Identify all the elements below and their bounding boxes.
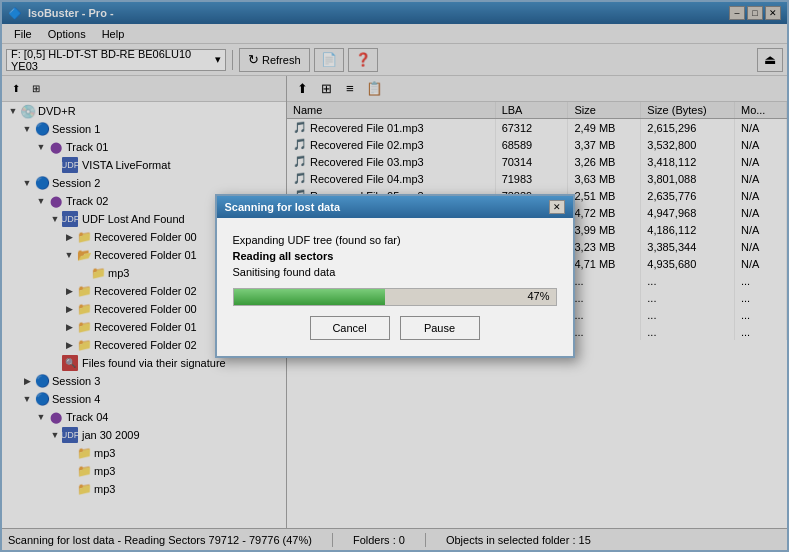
cancel-button[interactable]: Cancel [310,316,390,340]
dialog-line2: Reading all sectors [233,250,557,262]
dialog-title-bar: Scanning for lost data ✕ [217,196,573,218]
dialog-line1: Expanding UDF tree (found so far) [233,234,557,246]
dialog-body: Expanding UDF tree (found so far) Readin… [217,218,573,356]
progress-bar-container: 47% [233,288,557,306]
dialog-buttons: Cancel Pause [233,316,557,340]
progress-bar-fill [234,289,385,305]
dialog-title-text: Scanning for lost data [225,201,341,213]
progress-label: 47% [527,290,549,302]
dialog-line3: Sanitising found data [233,266,557,278]
dialog-overlay: Scanning for lost data ✕ Expanding UDF t… [2,2,787,550]
dialog-close-button[interactable]: ✕ [549,200,565,214]
main-window: 🔷 IsoBuster - Pro - – □ ✕ File Options H… [0,0,789,552]
scanning-dialog: Scanning for lost data ✕ Expanding UDF t… [215,194,575,358]
pause-button[interactable]: Pause [400,316,480,340]
